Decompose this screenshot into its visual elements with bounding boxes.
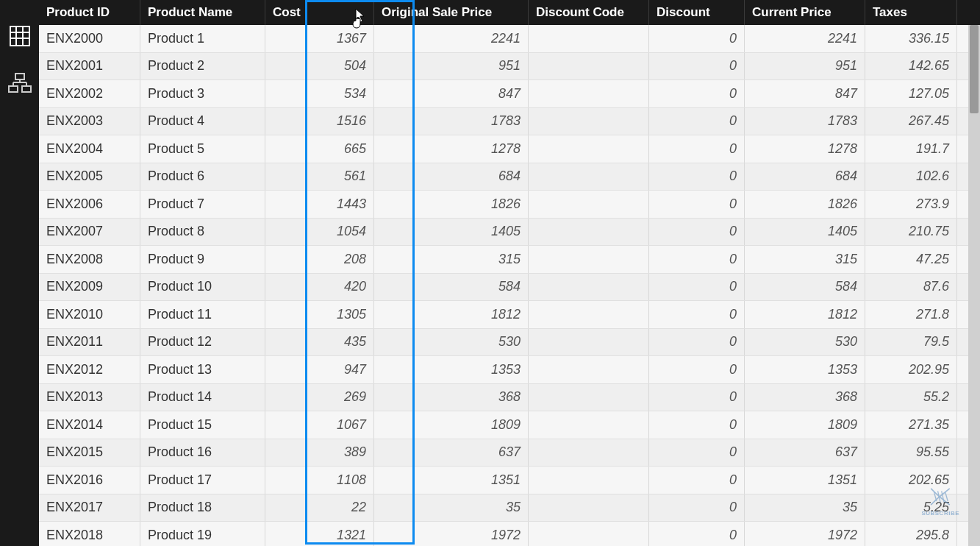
cell-discountcode[interactable]	[529, 494, 649, 522]
cell-productname[interactable]: Product 3	[140, 80, 265, 107]
cell-productid[interactable]: ENX2015	[39, 439, 140, 467]
cell-discount[interactable]: 0	[649, 301, 745, 328]
cell-currentprice[interactable]: 1353	[745, 356, 865, 383]
cell-discount[interactable]: 0	[649, 53, 745, 80]
cell-discount[interactable]: 0	[649, 80, 745, 107]
cell-discountcode[interactable]	[529, 411, 649, 439]
cell-discountcode[interactable]	[529, 53, 649, 80]
cell-taxes[interactable]: 202.95	[865, 356, 957, 383]
cell-productname[interactable]: Product 17	[140, 467, 265, 494]
cell-discount[interactable]: 0	[649, 411, 745, 439]
cell-originalsaleprice[interactable]: 368	[374, 384, 529, 411]
cell-discountcode[interactable]	[529, 439, 649, 467]
cell-currentprice[interactable]: 684	[745, 163, 865, 191]
cell-originalsaleprice[interactable]: 584	[374, 274, 529, 301]
cell-discount[interactable]: 0	[649, 467, 745, 494]
cell-discount[interactable]: 0	[649, 384, 745, 411]
column-header-currentprice[interactable]: Current Price	[745, 0, 865, 25]
cell-cost[interactable]: 269	[265, 384, 374, 411]
cell-productid[interactable]: ENX2011	[39, 329, 140, 356]
table-row[interactable]: ENX2011Product 12435530053079.5	[39, 329, 980, 357]
table-row[interactable]: ENX2013Product 14269368036855.2	[39, 384, 980, 412]
cell-cost[interactable]: 534	[265, 80, 374, 107]
cell-taxes[interactable]: 271.35	[865, 411, 957, 439]
column-header-taxes[interactable]: Taxes	[865, 0, 957, 25]
cell-currentprice[interactable]: 315	[745, 246, 865, 273]
table-row[interactable]: ENX2007Product 81054140501405210.75	[39, 219, 980, 247]
cell-discount[interactable]: 0	[649, 329, 745, 356]
cell-productid[interactable]: ENX2013	[39, 384, 140, 411]
cell-cost[interactable]: 1367	[265, 25, 374, 52]
cell-cost[interactable]: 1443	[265, 191, 374, 218]
cell-productid[interactable]: ENX2007	[39, 219, 140, 246]
cell-discount[interactable]: 0	[649, 135, 745, 163]
column-header-productid[interactable]: Product ID	[39, 0, 140, 25]
cell-originalsaleprice[interactable]: 1351	[374, 467, 529, 494]
cell-taxes[interactable]: 295.8	[865, 522, 957, 546]
table-row[interactable]: ENX2017Product 1822350355.25	[39, 494, 980, 522]
cell-currentprice[interactable]: 2241	[745, 25, 865, 52]
cell-taxes[interactable]: 47.25	[865, 246, 957, 273]
cell-productname[interactable]: Product 12	[140, 329, 265, 356]
column-header-discountcode[interactable]: Discount Code	[529, 0, 649, 25]
cell-cost[interactable]: 1516	[265, 108, 374, 135]
cell-productname[interactable]: Product 9	[140, 246, 265, 273]
cell-originalsaleprice[interactable]: 684	[374, 163, 529, 191]
cell-discount[interactable]: 0	[649, 163, 745, 191]
cell-discountcode[interactable]	[529, 80, 649, 107]
cell-originalsaleprice[interactable]: 1353	[374, 356, 529, 383]
cell-cost[interactable]: 561	[265, 163, 374, 191]
cell-originalsaleprice[interactable]: 1812	[374, 301, 529, 328]
cell-cost[interactable]: 22	[265, 494, 374, 522]
cell-cost[interactable]: 420	[265, 274, 374, 301]
cell-productname[interactable]: Product 2	[140, 53, 265, 80]
cell-discount[interactable]: 0	[649, 494, 745, 522]
cell-currentprice[interactable]: 1809	[745, 411, 865, 439]
cell-discountcode[interactable]	[529, 191, 649, 218]
cell-currentprice[interactable]: 1278	[745, 135, 865, 163]
cell-productid[interactable]: ENX2002	[39, 80, 140, 107]
cell-productid[interactable]: ENX2009	[39, 274, 140, 301]
cell-productname[interactable]: Product 11	[140, 301, 265, 328]
table-row[interactable]: ENX2003Product 41516178301783267.45	[39, 108, 980, 136]
cell-taxes[interactable]: 102.6	[865, 163, 957, 191]
cell-originalsaleprice[interactable]: 1405	[374, 219, 529, 246]
table-row[interactable]: ENX2002Product 35348470847127.05	[39, 80, 980, 108]
table-row[interactable]: ENX2010Product 111305181201812271.8	[39, 301, 980, 329]
model-view-icon[interactable]	[7, 71, 32, 96]
cell-taxes[interactable]: 336.15	[865, 25, 957, 52]
scroll-thumb[interactable]	[970, 25, 979, 113]
cell-discountcode[interactable]	[529, 329, 649, 356]
table-row[interactable]: ENX2005Product 65616840684102.6	[39, 163, 980, 191]
table-row[interactable]: ENX2016Product 171108135101351202.65	[39, 467, 980, 494]
cell-taxes[interactable]: 271.8	[865, 301, 957, 328]
cell-discountcode[interactable]	[529, 467, 649, 494]
cell-currentprice[interactable]: 368	[745, 384, 865, 411]
cell-productname[interactable]: Product 16	[140, 439, 265, 467]
cell-productid[interactable]: ENX2018	[39, 522, 140, 546]
cell-productname[interactable]: Product 6	[140, 163, 265, 191]
cell-discount[interactable]: 0	[649, 219, 745, 246]
cell-discountcode[interactable]	[529, 522, 649, 546]
cell-cost[interactable]: 1321	[265, 522, 374, 546]
cell-taxes[interactable]: 95.55	[865, 439, 957, 467]
cell-productname[interactable]: Product 7	[140, 191, 265, 218]
cell-productname[interactable]: Product 10	[140, 274, 265, 301]
cell-taxes[interactable]: 273.9	[865, 191, 957, 218]
table-row[interactable]: ENX2006Product 71443182601826273.9	[39, 191, 980, 219]
cell-productname[interactable]: Product 4	[140, 108, 265, 135]
cell-originalsaleprice[interactable]: 1972	[374, 522, 529, 546]
cell-discountcode[interactable]	[529, 301, 649, 328]
cell-discountcode[interactable]	[529, 219, 649, 246]
cell-discountcode[interactable]	[529, 246, 649, 273]
cell-productid[interactable]: ENX2008	[39, 246, 140, 273]
cell-productname[interactable]: Product 15	[140, 411, 265, 439]
table-row[interactable]: ENX2004Product 5665127801278191.7	[39, 135, 980, 163]
cell-productid[interactable]: ENX2012	[39, 356, 140, 383]
cell-currentprice[interactable]: 1405	[745, 219, 865, 246]
data-view-icon[interactable]	[7, 24, 32, 49]
column-header-productname[interactable]: Product Name	[140, 0, 265, 25]
cell-productname[interactable]: Product 5	[140, 135, 265, 163]
cell-productid[interactable]: ENX2003	[39, 108, 140, 135]
cell-productid[interactable]: ENX2004	[39, 135, 140, 163]
